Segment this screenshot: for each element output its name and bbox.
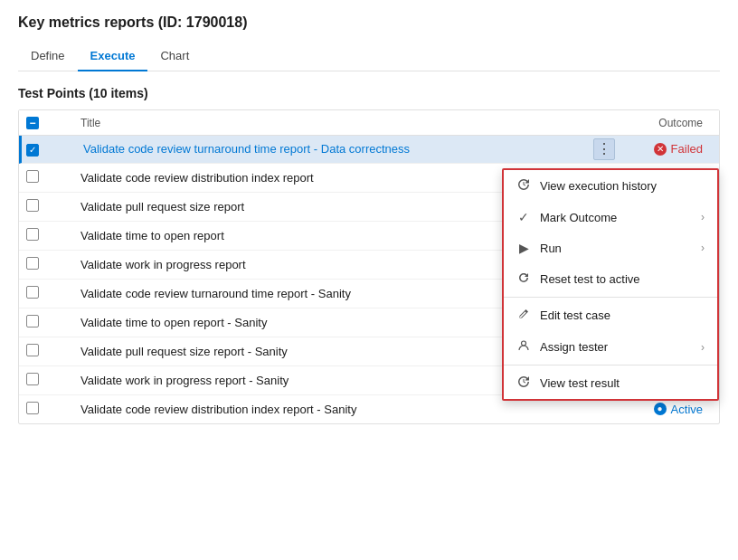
menu-divider-2 (504, 365, 717, 365)
row-check-4[interactable] (26, 228, 53, 243)
outcome-label-10: Active (671, 403, 703, 416)
tab-define[interactable]: Define (18, 42, 78, 71)
row-check-10[interactable] (26, 402, 53, 417)
menu-label-mark-outcome: Mark Outcome (540, 211, 617, 224)
menu-divider-1 (504, 297, 717, 298)
chevron-right-icon-3: › (701, 341, 705, 354)
row-title-10[interactable]: Validate code review distribution index … (80, 403, 612, 416)
menu-item-left-5: Edit test case (516, 308, 610, 323)
svg-point-0 (522, 341, 526, 346)
checkbox-5[interactable] (26, 257, 39, 270)
menu-item-left-4: Reset test to active (516, 271, 640, 287)
menu-item-assign[interactable]: Assign tester › (504, 331, 717, 363)
menu-item-left-7: View test result (516, 375, 620, 391)
tab-chart[interactable]: Chart (147, 42, 202, 71)
row-check-6[interactable] (26, 286, 53, 301)
play-icon: ▶ (516, 241, 531, 255)
header-outcome: Outcome (612, 117, 712, 129)
tabs: Define Execute Chart (18, 42, 720, 71)
edit-icon (516, 308, 531, 323)
checkbox-8[interactable] (26, 344, 39, 356)
menu-label-reset: Reset test to active (540, 272, 640, 286)
more-actions-button[interactable]: ⋮ (593, 138, 615, 160)
menu-item-left-6: Assign tester (516, 339, 608, 355)
page-wrapper: Key metrics reports (ID: 1790018) Define… (0, 0, 738, 442)
row-check-9[interactable] (26, 373, 53, 388)
test-points-table: − Title Outcome ✓ Validate code review t… (18, 109, 720, 424)
row-check-1[interactable]: ✓ (26, 142, 53, 157)
menu-item-left: View execution history (516, 178, 657, 194)
active-icon-10: ● (654, 403, 667, 415)
menu-item-left-2: ✓ Mark Outcome (516, 210, 617, 224)
failed-icon: ✕ (654, 143, 667, 156)
section-title: Test Points (10 items) (18, 86, 720, 100)
menu-label-view-result: View test result (540, 376, 620, 390)
result-icon (516, 375, 531, 391)
history-icon (516, 178, 531, 194)
checkbox-10[interactable] (26, 402, 39, 414)
menu-item-mark-outcome[interactable]: ✓ Mark Outcome › (504, 202, 717, 233)
chevron-right-icon: › (701, 211, 705, 223)
menu-item-run[interactable]: ▶ Run › (504, 233, 717, 263)
menu-item-view-history[interactable]: View execution history (504, 170, 717, 202)
checkbox-6[interactable] (26, 286, 39, 299)
table-row[interactable]: ✓ Validate code review turnaround time r… (19, 136, 719, 164)
tab-execute[interactable]: Execute (78, 42, 148, 71)
row-check-2[interactable] (26, 170, 53, 185)
menu-label-assign: Assign tester (540, 340, 608, 354)
menu-label-view-history: View execution history (540, 179, 657, 193)
outcome-10: ● Active (612, 403, 712, 416)
context-menu: View execution history ✓ Mark Outcome › … (502, 168, 719, 401)
outcome-1: ✕ Failed (612, 142, 712, 156)
menu-item-reset[interactable]: Reset test to active (504, 263, 717, 295)
reset-icon (516, 271, 531, 287)
checkbox-9[interactable] (26, 373, 39, 385)
menu-item-left-3: ▶ Run (516, 241, 562, 255)
row-check-7[interactable] (26, 315, 53, 330)
row-check-8[interactable] (26, 344, 53, 359)
table-header: − Title Outcome (19, 110, 719, 136)
chevron-right-icon-2: › (701, 242, 705, 254)
checkbox-1[interactable]: ✓ (26, 144, 39, 157)
checkbox-2[interactable] (26, 170, 39, 183)
menu-label-edit: Edit test case (540, 308, 610, 322)
row-title-1[interactable]: Validate code review turnaround time rep… (83, 142, 612, 156)
person-icon (516, 339, 531, 355)
checkbox-4[interactable] (26, 228, 39, 241)
page-title: Key metrics reports (ID: 1790018) (18, 14, 720, 31)
menu-label-run: Run (540, 242, 562, 255)
header-check-col: − (26, 116, 53, 129)
outcome-label-1: Failed (671, 142, 703, 156)
check-icon: ✓ (516, 210, 531, 224)
menu-item-edit[interactable]: Edit test case (504, 299, 717, 331)
menu-item-view-result[interactable]: View test result (504, 367, 717, 399)
select-all-button[interactable]: − (26, 117, 39, 129)
checkbox-7[interactable] (26, 315, 39, 327)
checkbox-3[interactable] (26, 199, 39, 212)
row-check-3[interactable] (26, 199, 53, 214)
row-check-5[interactable] (26, 257, 53, 272)
header-title: Title (80, 117, 612, 129)
